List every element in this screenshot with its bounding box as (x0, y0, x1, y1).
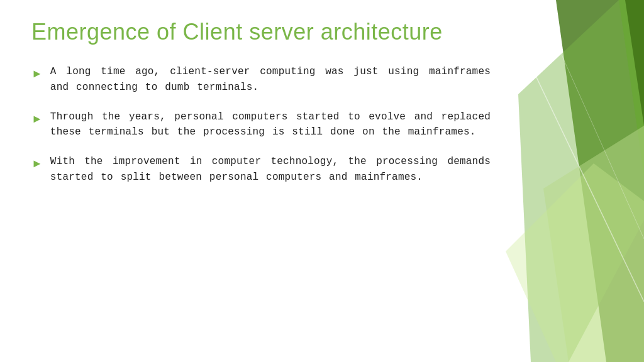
bullet-arrow-1: ► (31, 65, 43, 83)
svg-marker-3 (543, 126, 644, 362)
bullet-text-2: Through the years, personal computers st… (50, 109, 491, 141)
svg-marker-7 (625, 0, 644, 126)
bullet-text-3: With the improvement in computer technol… (50, 154, 491, 185)
svg-line-5 (499, 0, 644, 302)
slide: Emergence of Client server architecture … (0, 0, 644, 362)
svg-marker-4 (506, 163, 644, 362)
svg-marker-0 (556, 0, 644, 362)
bullet-text-1: A long time ago, client-server computing… (50, 64, 491, 96)
bullet-list: ► A long time ago, client-server computi… (31, 64, 491, 185)
slide-title: Emergence of Client server architecture (31, 19, 491, 45)
svg-line-6 (537, 0, 644, 239)
bullet-item-1: ► A long time ago, client-server computi… (31, 64, 491, 96)
slide-content: Emergence of Client server architecture … (0, 0, 516, 362)
bullet-item-3: ► With the improvement in computer techn… (31, 154, 491, 185)
svg-marker-1 (619, 0, 644, 176)
bullet-item-2: ► Through the years, personal computers … (31, 109, 491, 141)
svg-marker-2 (518, 0, 644, 362)
bullet-arrow-2: ► (31, 111, 43, 128)
bullet-arrow-3: ► (31, 155, 43, 173)
